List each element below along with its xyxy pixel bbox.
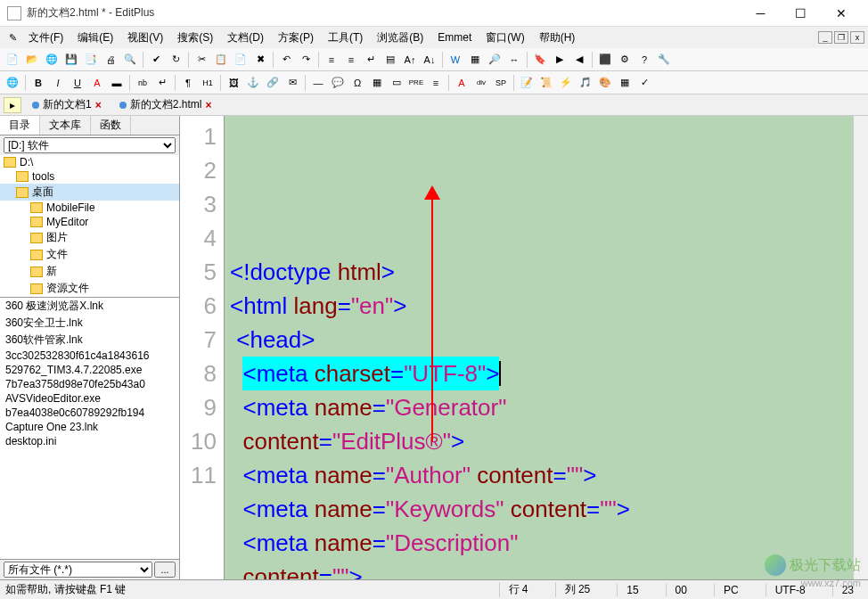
code-line[interactable]: content=""> [230, 560, 848, 579]
code-line[interactable]: <meta charset="UTF-8"> [230, 357, 848, 390]
find-icon[interactable]: 🔎 [486, 51, 504, 69]
vertical-scrollbar[interactable] [853, 116, 868, 579]
menu-search[interactable]: 搜索(S) [170, 29, 220, 47]
tree-node[interactable]: 桌面 [0, 184, 179, 201]
copy-icon[interactable]: 📋 [212, 51, 230, 69]
file-item[interactable]: AVSVideoEditor.exe [0, 391, 179, 406]
tab-close-icon[interactable]: × [95, 99, 102, 111]
color-picker-icon[interactable]: 🎨 [596, 74, 614, 92]
highlight-icon[interactable]: ▬ [108, 74, 126, 92]
validate-icon[interactable]: ✓ [635, 74, 653, 92]
js-icon[interactable]: 📜 [537, 74, 555, 92]
menu-help[interactable]: 帮助(H) [532, 29, 583, 47]
undo-icon[interactable]: ↶ [277, 51, 295, 69]
tab-doc1[interactable]: 新的文档1 × [25, 95, 109, 114]
print-icon[interactable]: 🖨 [102, 51, 119, 69]
menu-window[interactable]: 窗口(W) [479, 29, 531, 47]
file-item[interactable]: b7ea4038e0c60789292fb194 [0, 406, 179, 420]
code-line[interactable]: <meta name="Generator" [230, 390, 848, 424]
menu-project[interactable]: 方案(P) [271, 29, 321, 47]
minimize-button[interactable]: ─ [741, 0, 781, 27]
reload-icon[interactable]: ↻ [167, 51, 184, 69]
font-inc-icon[interactable]: A↑ [401, 51, 419, 69]
file-filter-select[interactable]: 所有文件 (*.*) [4, 562, 152, 578]
tab-close-icon[interactable]: × [205, 99, 211, 111]
new-tab-button[interactable]: ▸ [4, 97, 21, 113]
italic-icon[interactable]: I [49, 74, 67, 92]
tree-node[interactable]: D:\ [0, 155, 179, 169]
div-icon[interactable]: div [472, 74, 490, 92]
open-file-icon[interactable]: 📂 [23, 51, 41, 69]
heading-icon[interactable]: H1 [199, 74, 217, 92]
word-icon[interactable]: W [446, 51, 464, 69]
hr-icon[interactable]: — [309, 74, 327, 92]
bookmark-next-icon[interactable]: ▶ [551, 51, 569, 69]
tree-node[interactable]: 图片 [0, 229, 179, 246]
file-item[interactable]: 3cc302532830f61c4a1843616 [0, 349, 179, 363]
tree-node[interactable]: 文件 [0, 246, 179, 263]
code-line[interactable]: <html lang="en"> [230, 289, 848, 323]
cut-icon[interactable]: ✂ [192, 51, 210, 69]
code-line[interactable]: <meta name="Keywords" content=""> [230, 492, 848, 526]
delete-icon[interactable]: ✖ [251, 51, 269, 69]
link-icon[interactable]: 🔗 [264, 74, 282, 92]
mdi-close-icon[interactable]: x [850, 31, 864, 44]
menu-view[interactable]: 视图(V) [120, 29, 170, 47]
menu-edit[interactable]: 编辑(E) [70, 29, 120, 47]
maximize-button[interactable]: ☐ [781, 0, 821, 27]
break-icon[interactable]: ↵ [153, 74, 171, 92]
css-icon[interactable]: 📝 [518, 74, 536, 92]
image-icon[interactable]: 🖼 [225, 74, 242, 92]
save-icon[interactable]: 💾 [62, 51, 80, 69]
para-icon[interactable]: ¶ [179, 74, 197, 92]
code-line[interactable]: <head> [230, 323, 848, 357]
anchor-icon[interactable]: ⚓ [244, 74, 262, 92]
close-button[interactable]: ✕ [821, 0, 861, 27]
code-line[interactable]: <meta name="Author" content=""> [230, 458, 848, 492]
menu-tools[interactable]: 工具(T) [321, 29, 370, 47]
redo-icon[interactable]: ↷ [297, 51, 315, 69]
nbsp-icon[interactable]: nb [134, 74, 151, 92]
bookmark-prev-icon[interactable]: ◀ [570, 51, 588, 69]
code-line[interactable]: <!doctype html> [230, 255, 848, 289]
open-remote-icon[interactable]: 🌐 [43, 51, 61, 69]
new-file-icon[interactable]: 📄 [4, 51, 21, 69]
pre-icon[interactable]: PRE [407, 74, 425, 92]
folder-tree[interactable]: D:\tools桌面MobileFileMyEditor图片文件新资源文件 [0, 155, 179, 298]
sidebar-tab-cliptext[interactable]: 文本库 [40, 116, 91, 135]
tool-x-icon[interactable]: 🔧 [655, 51, 673, 69]
file-item[interactable]: Capture One 23.lnk [0, 420, 179, 434]
bold-icon[interactable]: B [29, 74, 47, 92]
tree-node[interactable]: 资源文件 [0, 280, 179, 297]
span-icon[interactable]: SP [492, 74, 510, 92]
mdi-restore-icon[interactable]: ❐ [834, 31, 848, 44]
underline-icon[interactable]: U [69, 74, 86, 92]
print-preview-icon[interactable]: 🔍 [121, 51, 139, 69]
menu-browser[interactable]: 浏览器(B) [370, 29, 430, 47]
form-icon[interactable]: ▭ [388, 74, 405, 92]
menu-document[interactable]: 文档(D) [220, 29, 271, 47]
macro-icon[interactable]: ⬛ [596, 51, 614, 69]
code-line[interactable]: content="EditPlus®"> [230, 424, 848, 458]
code-area[interactable]: <!doctype html><html lang="en"> <head> <… [225, 116, 853, 579]
replace-icon[interactable]: ↔ [505, 51, 523, 69]
indent-right-icon[interactable]: ≡ [342, 51, 360, 69]
table-icon[interactable]: ▦ [368, 74, 386, 92]
file-item[interactable]: 360软件管家.lnk [0, 332, 179, 349]
tree-node[interactable]: tools [0, 169, 179, 184]
font-color-icon[interactable]: A [88, 74, 106, 92]
bookmark-icon[interactable]: 🔖 [531, 51, 549, 69]
menu-file[interactable]: 文件(F) [21, 29, 70, 47]
code-line[interactable]: <meta name="Description" [230, 526, 848, 560]
filter-apply-button[interactable]: ... [154, 562, 176, 578]
flash-icon[interactable]: ⚡ [557, 74, 575, 92]
script-icon[interactable]: A [453, 74, 471, 92]
sidebar-tab-functions[interactable]: 函数 [91, 116, 131, 135]
mdi-minimize-icon[interactable]: _ [818, 31, 832, 44]
save-all-icon[interactable]: 📑 [82, 51, 100, 69]
mail-icon[interactable]: ✉ [283, 74, 301, 92]
sidebar-tab-directory[interactable]: 目录 [0, 116, 40, 135]
indent-left-icon[interactable]: ≡ [323, 51, 340, 69]
spellcheck-icon[interactable]: ✔ [147, 51, 165, 69]
tree-node[interactable]: 新 [0, 263, 179, 280]
